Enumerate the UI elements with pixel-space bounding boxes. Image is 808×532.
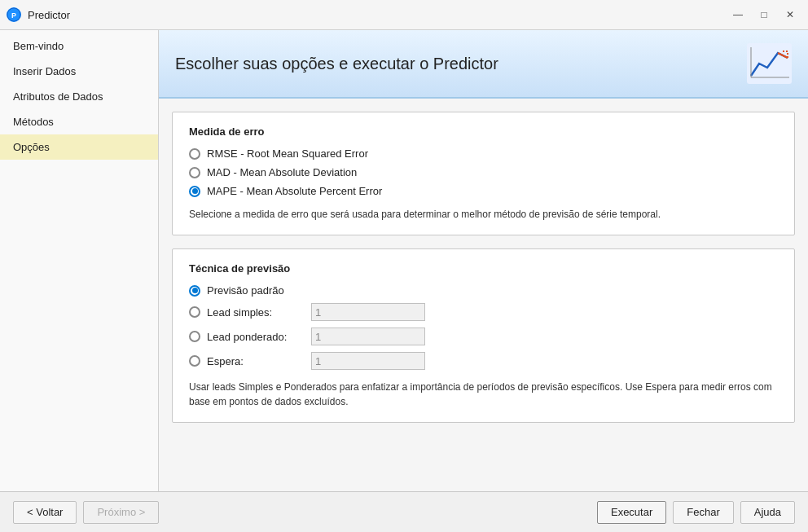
mape-option[interactable]: MAPE - Mean Absolute Percent Error bbox=[189, 185, 778, 197]
sidebar-item-atributos-de-dados[interactable]: Atributos de Dados bbox=[0, 84, 158, 109]
title-bar-left: P Predictor bbox=[7, 7, 70, 22]
error-measure-title: Medida de erro bbox=[189, 125, 778, 138]
app-icon: P bbox=[7, 7, 21, 22]
app-body: Bem-vindo Inserir Dados Atributos de Dad… bbox=[0, 30, 808, 491]
lead-simples-option[interactable]: Lead simples: bbox=[189, 303, 778, 321]
rmse-label: RMSE - Root Mean Squared Error bbox=[207, 147, 368, 160]
footer-left: < Voltar Próximo > bbox=[13, 501, 159, 524]
sidebar-item-inserir-dados[interactable]: Inserir Dados bbox=[0, 59, 158, 84]
forecast-technique-radio-group: Previsão padrão Lead simples: Lead ponde… bbox=[189, 284, 778, 370]
forecast-technique-title: Técnica de previsão bbox=[189, 262, 778, 275]
mad-radio[interactable] bbox=[189, 167, 200, 178]
padrao-radio[interactable] bbox=[189, 285, 200, 297]
espera-radio[interactable] bbox=[189, 355, 200, 367]
sidebar-item-bem-vindo[interactable]: Bem-vindo bbox=[0, 33, 158, 59]
mad-label: MAD - Mean Absolute Deviation bbox=[207, 166, 357, 178]
rmse-option[interactable]: RMSE - Root Mean Squared Error bbox=[189, 147, 778, 160]
mape-label: MAPE - Mean Absolute Percent Error bbox=[207, 185, 382, 197]
lead-ponderado-input[interactable] bbox=[311, 328, 425, 345]
rmse-radio[interactable] bbox=[189, 148, 200, 160]
help-button[interactable]: Ajuda bbox=[740, 501, 795, 524]
error-measure-radio-group: RMSE - Root Mean Squared Error MAD - Mea… bbox=[189, 147, 778, 197]
next-button[interactable]: Próximo > bbox=[83, 501, 159, 524]
minimize-button[interactable]: — bbox=[727, 6, 749, 24]
mad-option[interactable]: MAD - Mean Absolute Deviation bbox=[189, 166, 778, 178]
forecast-technique-panel: Técnica de previsão Previsão padrão Lead… bbox=[172, 248, 795, 423]
close-button[interactable]: Fechar bbox=[673, 501, 733, 524]
content-area: Medida de erro RMSE - Root Mean Squared … bbox=[159, 99, 808, 491]
maximize-button[interactable]: □ bbox=[753, 6, 775, 24]
back-button[interactable]: < Voltar bbox=[13, 501, 77, 524]
sidebar: Bem-vindo Inserir Dados Atributos de Dad… bbox=[0, 30, 159, 491]
footer-right: Executar Fechar Ajuda bbox=[597, 501, 795, 524]
content-header: Escolher suas opções e executar o Predic… bbox=[159, 30, 808, 99]
lead-ponderado-option[interactable]: Lead ponderado: bbox=[189, 328, 778, 345]
page-title: Escolher suas opções e executar o Predic… bbox=[175, 55, 498, 73]
lead-ponderado-radio[interactable] bbox=[189, 331, 200, 342]
mape-radio[interactable] bbox=[189, 186, 200, 197]
forecast-technique-description: Usar leads Simples e Ponderados para enf… bbox=[189, 380, 778, 409]
window-controls: — □ ✕ bbox=[727, 6, 801, 24]
error-measure-panel: Medida de erro RMSE - Root Mean Squared … bbox=[172, 112, 795, 235]
lead-simples-input[interactable] bbox=[311, 303, 425, 321]
window-title: Predictor bbox=[28, 9, 70, 21]
error-measure-description: Selecione a medida de erro que será usad… bbox=[189, 207, 778, 222]
close-button[interactable]: ✕ bbox=[779, 6, 801, 24]
lead-ponderado-label: Lead ponderado: bbox=[207, 331, 305, 343]
sidebar-item-metodos[interactable]: Métodos bbox=[0, 109, 158, 134]
main-content: Escolher suas opções e executar o Predic… bbox=[159, 30, 808, 491]
footer: < Voltar Próximo > Executar Fechar Ajuda bbox=[0, 491, 808, 532]
espera-input[interactable] bbox=[311, 352, 425, 370]
espera-option[interactable]: Espera: bbox=[189, 352, 778, 370]
header-chart-icon bbox=[747, 43, 792, 84]
title-bar: P Predictor — □ ✕ bbox=[0, 0, 808, 30]
padrao-label: Previsão padrão bbox=[207, 284, 284, 297]
sidebar-item-opcoes[interactable]: Opções bbox=[0, 134, 158, 160]
lead-simples-label: Lead simples: bbox=[207, 306, 305, 319]
padrao-option[interactable]: Previsão padrão bbox=[189, 284, 778, 297]
lead-simples-radio[interactable] bbox=[189, 306, 200, 318]
espera-label: Espera: bbox=[207, 355, 305, 367]
svg-text:P: P bbox=[11, 11, 16, 20]
execute-button[interactable]: Executar bbox=[597, 501, 666, 524]
